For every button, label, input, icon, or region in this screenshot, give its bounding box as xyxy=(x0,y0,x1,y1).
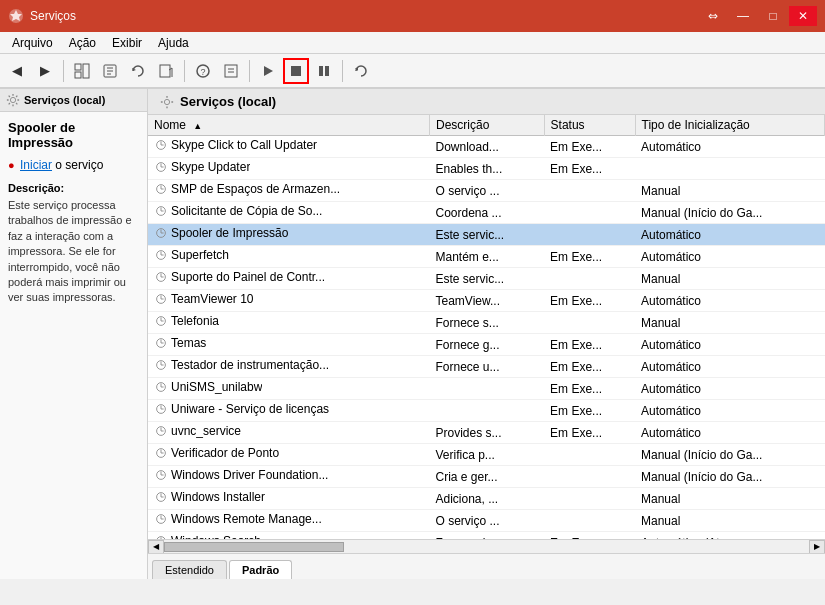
table-row[interactable]: Temas Fornece g...Em Exe...Automático xyxy=(148,334,825,356)
title-bar: Serviços ⇔ — □ ✕ xyxy=(0,0,825,32)
bottom-tabs: Estendido Padrão xyxy=(148,553,825,579)
start-service-link[interactable]: Iniciar xyxy=(20,158,52,172)
restart-service-button[interactable] xyxy=(348,58,374,84)
table-row[interactable]: Superfetch Mantém e...Em Exe...Automátic… xyxy=(148,246,825,268)
horizontal-scrollbar[interactable]: ◀ ▶ xyxy=(148,539,825,553)
svg-point-20 xyxy=(10,97,15,102)
stop-service-button[interactable] xyxy=(283,58,309,84)
table-row[interactable]: Testador de instrumentação... Fornece u.… xyxy=(148,356,825,378)
table-row[interactable]: TeamViewer 10 TeamView...Em Exe...Automá… xyxy=(148,290,825,312)
service-startup-cell: Automático xyxy=(635,334,825,356)
service-status-cell: Em Exe... xyxy=(544,158,635,180)
restore-button[interactable]: ⇔ xyxy=(699,6,727,26)
services-table-container[interactable]: Nome ▲ Descrição Status Tipo de Iniciali… xyxy=(148,115,825,539)
pause-service-button[interactable] xyxy=(311,58,337,84)
service-status-cell xyxy=(544,268,635,290)
menu-ajuda[interactable]: Ajuda xyxy=(150,34,197,52)
table-row[interactable]: Windows Driver Foundation... Cria e ger.… xyxy=(148,466,825,488)
svg-rect-18 xyxy=(325,66,329,76)
service-name-cell: Solicitante de Cópia de So... xyxy=(148,202,430,224)
refresh-button[interactable] xyxy=(125,58,151,84)
service-name-cell: Skype Click to Call Updater xyxy=(148,136,430,158)
table-row[interactable]: uvnc_service Provides s...Em Exe...Autom… xyxy=(148,422,825,444)
service-desc-cell: Enables th... xyxy=(430,158,545,180)
service-status-cell xyxy=(544,488,635,510)
service-desc-cell: Provides s... xyxy=(430,422,545,444)
table-row[interactable]: Skype Click to Call Updater Download...E… xyxy=(148,136,825,158)
service-name-cell: Testador de instrumentação... xyxy=(148,356,430,378)
service-name-cell: Windows Driver Foundation... xyxy=(148,466,430,488)
svg-point-21 xyxy=(164,99,169,104)
service-name-cell: SMP de Espaços de Armazen... xyxy=(148,180,430,202)
service-startup-cell xyxy=(635,158,825,180)
right-panel-title: Serviços (local) xyxy=(180,94,276,109)
tab-padrao[interactable]: Padrão xyxy=(229,560,292,579)
service-status-cell xyxy=(544,510,635,532)
svg-rect-1 xyxy=(75,64,81,70)
maximize-button[interactable]: □ xyxy=(759,6,787,26)
table-row[interactable]: Uniware - Serviço de licenças Em Exe...A… xyxy=(148,400,825,422)
page-button[interactable] xyxy=(218,58,244,84)
service-desc-cell: O serviço ... xyxy=(430,510,545,532)
scroll-thumb[interactable] xyxy=(164,542,344,552)
title-bar-controls: ⇔ — □ ✕ xyxy=(699,6,817,26)
forward-button[interactable]: ▶ xyxy=(32,58,58,84)
export-button[interactable] xyxy=(153,58,179,84)
scroll-left-arrow[interactable]: ◀ xyxy=(148,540,164,554)
minimize-button[interactable]: — xyxy=(729,6,757,26)
table-row[interactable]: Windows Search Fornece in...Em Exe...Aut… xyxy=(148,532,825,540)
back-button[interactable]: ◀ xyxy=(4,58,30,84)
col-startup[interactable]: Tipo de Inicialização xyxy=(635,115,825,136)
service-desc-cell: Verifica p... xyxy=(430,444,545,466)
menu-acao[interactable]: Ação xyxy=(61,34,104,52)
table-row[interactable]: Telefonia Fornece s...Manual xyxy=(148,312,825,334)
table-row[interactable]: Windows Remote Manage... O serviço ...Ma… xyxy=(148,510,825,532)
start-service-button[interactable] xyxy=(255,58,281,84)
sidebar-header: Serviços (local) xyxy=(0,89,147,112)
menu-exibir[interactable]: Exibir xyxy=(104,34,150,52)
col-name[interactable]: Nome ▲ xyxy=(148,115,430,136)
service-startup-cell: Automático xyxy=(635,224,825,246)
menu-bar: Arquivo Ação Exibir Ajuda xyxy=(0,32,825,54)
service-desc-cell: TeamView... xyxy=(430,290,545,312)
service-desc-cell: Coordena ... xyxy=(430,202,545,224)
service-startup-cell: Manual xyxy=(635,312,825,334)
scroll-right-arrow[interactable]: ▶ xyxy=(809,540,825,554)
scroll-track[interactable] xyxy=(164,540,809,554)
service-status-cell xyxy=(544,202,635,224)
table-row[interactable]: Solicitante de Cópia de So... Coordena .… xyxy=(148,202,825,224)
service-startup-cell: Automático xyxy=(635,422,825,444)
svg-text:?: ? xyxy=(201,67,206,77)
tab-estendido[interactable]: Estendido xyxy=(152,560,227,579)
service-name-cell: Spooler de Impressão xyxy=(148,224,430,246)
table-row[interactable]: Skype Updater Enables th...Em Exe... xyxy=(148,158,825,180)
table-row[interactable]: Verificador de Ponto Verifica p...Manual… xyxy=(148,444,825,466)
service-name-cell: Windows Remote Manage... xyxy=(148,510,430,532)
table-row[interactable]: SMP de Espaços de Armazen... O serviço .… xyxy=(148,180,825,202)
service-status-cell: Em Exe... xyxy=(544,136,635,158)
show-hide-tree-button[interactable] xyxy=(69,58,95,84)
properties-button[interactable] xyxy=(97,58,123,84)
service-desc-cell: Fornece g... xyxy=(430,334,545,356)
table-row[interactable]: Spooler de Impressão Este servic...Autom… xyxy=(148,224,825,246)
help-button[interactable]: ? xyxy=(190,58,216,84)
desc-label: Descrição: xyxy=(8,182,139,194)
svg-rect-16 xyxy=(291,66,301,76)
table-row[interactable]: Suporte do Painel de Contr... Este servi… xyxy=(148,268,825,290)
service-name-cell: Verificador de Ponto xyxy=(148,444,430,466)
service-status-cell xyxy=(544,180,635,202)
service-startup-cell: Automático xyxy=(635,356,825,378)
svg-rect-3 xyxy=(83,64,89,78)
col-status[interactable]: Status xyxy=(544,115,635,136)
service-desc-cell xyxy=(430,378,545,400)
services-tbody: Skype Click to Call Updater Download...E… xyxy=(148,136,825,540)
service-startup-cell: Manual xyxy=(635,510,825,532)
menu-arquivo[interactable]: Arquivo xyxy=(4,34,61,52)
col-desc[interactable]: Descrição xyxy=(430,115,545,136)
table-row[interactable]: UniSMS_unilabw Em Exe...Automático xyxy=(148,378,825,400)
service-desc-cell xyxy=(430,400,545,422)
toolbar-sep-4 xyxy=(342,60,343,82)
close-button[interactable]: ✕ xyxy=(789,6,817,26)
table-row[interactable]: Windows Installer Adiciona, ...Manual xyxy=(148,488,825,510)
sidebar-header-text: Serviços (local) xyxy=(24,94,105,106)
